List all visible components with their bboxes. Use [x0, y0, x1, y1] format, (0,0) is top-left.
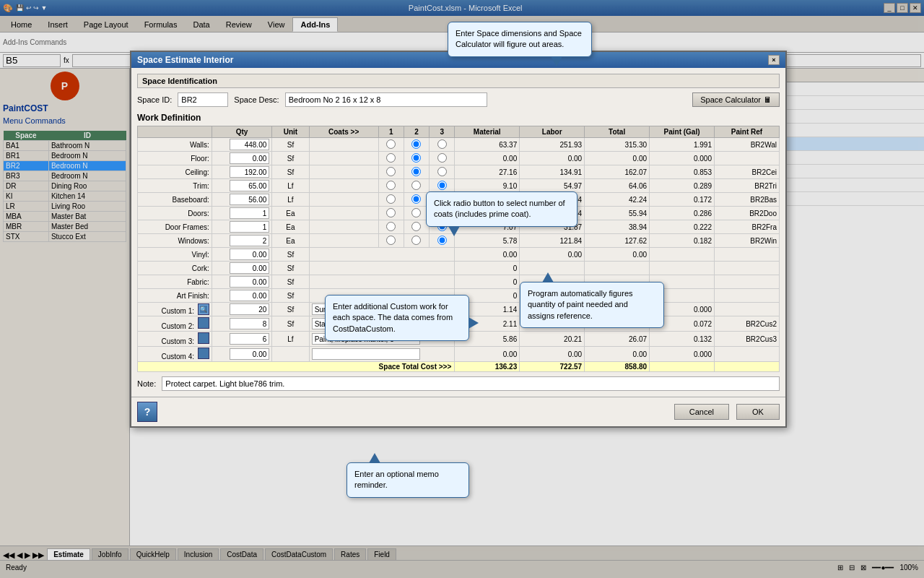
- radio-coat1-trim[interactable]: [386, 181, 396, 190]
- tooltip-custom: Enter additional Custom work for each sp…: [325, 295, 469, 341]
- radio-coat1-dfr[interactable]: [386, 222, 396, 231]
- coat3-walls[interactable]: [430, 138, 455, 152]
- help-button[interactable]: ?: [137, 402, 157, 422]
- radio-coat1-walls[interactable]: [386, 139, 396, 149]
- tooltip-custom-arrow: [468, 317, 479, 329]
- radio-coat3-walls[interactable]: [437, 139, 447, 149]
- radio-coat2-base[interactable]: [411, 194, 421, 204]
- custom4-icon[interactable]: [198, 348, 209, 359]
- qty-input-windows[interactable]: [230, 235, 269, 246]
- note-input[interactable]: [162, 376, 780, 391]
- unit-custom1: Sf: [272, 303, 309, 316]
- radio-coat3-ceiling[interactable]: [437, 167, 447, 176]
- coat-label-ceiling: [309, 165, 378, 179]
- radio-coat1-win[interactable]: [386, 236, 396, 245]
- radio-coat2-dfr[interactable]: [411, 222, 421, 231]
- th-3: 3: [430, 126, 455, 138]
- space-calc-button[interactable]: Space Calculator 🖩: [692, 92, 780, 107]
- coat-label-trim: [309, 179, 378, 193]
- qty-input-doors[interactable]: [230, 207, 269, 219]
- coat-label-doors: [309, 207, 378, 220]
- gal-walls: 1.991: [650, 138, 715, 152]
- unit-doorframes: Ea: [272, 220, 309, 234]
- coat2-walls[interactable]: [404, 138, 429, 152]
- total-trim: 64.06: [585, 179, 650, 193]
- gal-custom3: 0.132: [650, 332, 715, 347]
- ref-doors: BR2Doo: [714, 207, 779, 220]
- qty-input-cork[interactable]: [230, 262, 269, 274]
- ref-custom3: BR2Cus3: [714, 332, 779, 347]
- qty-windows: [212, 234, 272, 248]
- dialog-footer: ? Cancel OK: [131, 397, 785, 426]
- radio-coat2-walls[interactable]: [411, 139, 421, 149]
- radio-coat2-trim[interactable]: [411, 181, 421, 190]
- label-trim: Trim:: [138, 179, 212, 193]
- material-trim: 9.10: [455, 179, 520, 193]
- radio-coat1-ceiling[interactable]: [386, 167, 396, 176]
- radio-coat2-ceiling[interactable]: [411, 167, 421, 176]
- coat1-walls[interactable]: [378, 138, 404, 152]
- qty-fabric: [212, 275, 272, 289]
- qty-input-vinyl[interactable]: [230, 249, 269, 260]
- custom2-icon[interactable]: [198, 317, 209, 329]
- label-doorframes: Door Frames:: [138, 220, 212, 234]
- ref-trim: BR2Tri: [714, 179, 779, 193]
- radio-coat3-win[interactable]: [437, 236, 447, 245]
- space-desc-label: Space Desc:: [234, 95, 279, 104]
- tooltip-space-calc: Enter Space dimensions and Space Calcula…: [448, 22, 592, 57]
- label-doors: Doors:: [138, 207, 212, 220]
- labor-ceiling: 134.91: [520, 165, 585, 179]
- qty-input-ceiling[interactable]: [230, 166, 269, 178]
- cancel-button[interactable]: Cancel: [674, 404, 729, 420]
- radio-coat1-floor[interactable]: [386, 153, 396, 163]
- tooltip-coats: Click radio button to select number of c…: [426, 191, 578, 227]
- custom3-icon[interactable]: [198, 332, 209, 344]
- space-id-input[interactable]: [178, 92, 228, 107]
- qty-input-floor[interactable]: [230, 152, 269, 164]
- table-row-fabric: Fabric: Sf 0: [138, 275, 780, 289]
- label-fabric: Fabric:: [138, 275, 212, 289]
- tooltip-coats-arrow: [448, 226, 460, 236]
- qty-input-baseboard[interactable]: [230, 194, 269, 205]
- radio-coat3-trim[interactable]: [437, 181, 447, 190]
- tooltip-note: Enter an optional memo reminder.: [346, 462, 469, 498]
- qty-input-walls[interactable]: [230, 139, 269, 150]
- qty-doors: [212, 207, 272, 220]
- ref-fabric: [714, 275, 779, 289]
- custom1-icon[interactable]: 🔍: [198, 303, 209, 315]
- total-custom3: 26.07: [585, 332, 650, 347]
- qty-input-custom2[interactable]: [230, 318, 269, 329]
- ok-button[interactable]: OK: [736, 404, 780, 420]
- qty-input-artfinish[interactable]: [230, 290, 269, 301]
- radio-coat3-floor[interactable]: [437, 153, 447, 163]
- dialog-close-button[interactable]: ×: [768, 55, 780, 65]
- label-custom4: Custom 4:: [138, 347, 212, 362]
- qty-input-custom1[interactable]: [230, 303, 269, 315]
- radio-coat1-doors[interactable]: [386, 208, 396, 217]
- th-1: 1: [378, 126, 404, 138]
- labor-floor: 0.00: [520, 152, 585, 165]
- desc-input-custom4[interactable]: [312, 348, 420, 360]
- unit-fabric: Sf: [272, 275, 309, 289]
- qty-input-fabric[interactable]: [230, 276, 269, 288]
- qty-artfinish: [212, 289, 272, 303]
- qty-trim: [212, 179, 272, 193]
- qty-input-doorframes[interactable]: [230, 221, 269, 233]
- unit-doors: Ea: [272, 207, 309, 220]
- radio-coat2-doors[interactable]: [411, 208, 421, 217]
- labor-vinyl: 0.00: [520, 248, 585, 262]
- table-row-custom4: Custom 4: 0.00 0.00 0.00 0.000: [138, 347, 780, 362]
- unit-custom3: Lf: [272, 332, 309, 347]
- labor-custom4: 0.00: [520, 347, 585, 362]
- labor-windows: 121.84: [520, 234, 585, 248]
- th-label: [138, 126, 212, 138]
- th-total: Total: [585, 126, 650, 138]
- label-custom2: Custom 2:: [138, 316, 212, 332]
- radio-coat1-base[interactable]: [386, 194, 396, 204]
- space-desc-input[interactable]: [285, 92, 487, 107]
- qty-input-trim[interactable]: [230, 180, 269, 191]
- qty-input-custom4[interactable]: [230, 348, 269, 360]
- qty-input-custom3[interactable]: [230, 333, 269, 345]
- radio-coat2-win[interactable]: [411, 236, 421, 245]
- radio-coat2-floor[interactable]: [411, 153, 421, 163]
